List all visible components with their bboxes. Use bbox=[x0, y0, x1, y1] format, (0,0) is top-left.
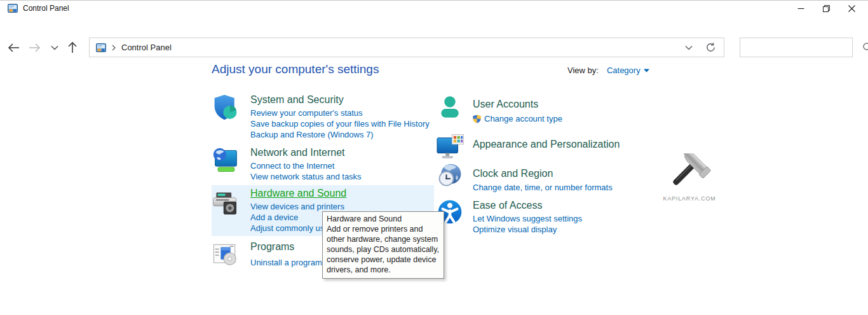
navigation-bar: Control Panel bbox=[0, 16, 868, 48]
view-by-value[interactable]: Category bbox=[607, 66, 641, 75]
category-title-network-and-internet[interactable]: Network and Internet bbox=[250, 146, 362, 159]
link-change-account-type[interactable]: Change account type bbox=[484, 113, 562, 124]
magnifier-icon[interactable] bbox=[862, 42, 868, 53]
minimize-icon bbox=[797, 5, 804, 12]
address-bar[interactable]: Control Panel bbox=[89, 38, 724, 57]
search-input[interactable] bbox=[740, 38, 862, 57]
category-title-system-and-security[interactable]: System and Security bbox=[250, 94, 430, 106]
page-title: Adjust your computer's settings bbox=[212, 62, 379, 76]
up-button[interactable] bbox=[64, 39, 81, 57]
link-review-computer-status[interactable]: Review your computer's status bbox=[250, 108, 430, 118]
user-person-icon[interactable] bbox=[436, 94, 464, 122]
recent-pages-chevron-icon bbox=[51, 45, 58, 50]
close-icon bbox=[848, 5, 855, 12]
category-network-and-internet: Network and Internet Connect to the Inte… bbox=[212, 146, 362, 182]
up-arrow-icon bbox=[67, 41, 78, 54]
category-appearance-personalization: Appearance and Personalization bbox=[436, 138, 620, 164]
category-system-and-security: System and Security Review your computer… bbox=[212, 94, 430, 140]
breadcrumb-root[interactable]: Control Panel bbox=[121, 43, 172, 52]
link-connect-internet[interactable]: Connect to the Internet bbox=[250, 160, 362, 171]
search-box[interactable] bbox=[740, 38, 853, 57]
hammer-icon bbox=[665, 153, 714, 192]
recent-pages-button[interactable] bbox=[46, 39, 64, 57]
category-title-appearance-personalization[interactable]: Appearance and Personalization bbox=[473, 138, 620, 151]
category-title-user-accounts[interactable]: User Accounts bbox=[473, 98, 562, 111]
refresh-icon[interactable] bbox=[705, 42, 716, 53]
link-network-status[interactable]: View network status and tasks bbox=[250, 171, 362, 182]
watermark-text: KAPILARYA.COM bbox=[654, 195, 724, 202]
control-panel-icon bbox=[96, 43, 106, 53]
control-panel-window: Control Panel bbox=[0, 0, 868, 315]
address-dropdown-chevron-icon[interactable] bbox=[685, 45, 693, 50]
watermark: KAPILARYA.COM bbox=[654, 153, 724, 202]
uac-shield-icon bbox=[473, 115, 481, 123]
restore-button[interactable] bbox=[813, 1, 839, 16]
restore-icon bbox=[823, 5, 830, 12]
window-title: Control Panel bbox=[23, 4, 69, 13]
printer-speaker-icon[interactable] bbox=[212, 190, 240, 218]
category-title-programs[interactable]: Programs bbox=[250, 241, 322, 253]
category-title-clock-and-region[interactable]: Clock and Region bbox=[473, 167, 613, 180]
link-view-devices-printers[interactable]: View devices and printers bbox=[250, 201, 395, 212]
back-button[interactable] bbox=[5, 39, 23, 57]
category-user-accounts: User Accounts Change account type bbox=[436, 98, 562, 125]
programs-cd-icon[interactable] bbox=[212, 242, 240, 269]
control-panel-icon bbox=[8, 3, 18, 13]
dropdown-triangle-icon bbox=[644, 69, 649, 73]
view-by-label: View by: bbox=[567, 66, 599, 75]
back-arrow-icon bbox=[8, 43, 20, 53]
tooltip-hardware-and-sound: Hardware and Sound Add or remove printer… bbox=[322, 211, 444, 279]
link-windows-suggest-settings[interactable]: Let Windows suggest settings bbox=[473, 213, 582, 224]
category-title-hardware-and-sound[interactable]: Hardware and Sound bbox=[250, 187, 395, 200]
category-title-ease-of-access[interactable]: Ease of Access bbox=[473, 199, 582, 212]
category-programs: Programs Uninstall a program bbox=[212, 241, 322, 271]
link-file-history[interactable]: Save backup copies of your files with Fi… bbox=[250, 118, 430, 129]
forward-button[interactable] bbox=[25, 39, 43, 57]
view-by-dropdown[interactable]: Category bbox=[607, 66, 649, 75]
link-change-date-time-formats[interactable]: Change date, time, or number formats bbox=[473, 182, 613, 193]
shield-security-icon[interactable] bbox=[212, 94, 240, 123]
personalization-monitor-icon[interactable] bbox=[436, 133, 465, 161]
breadcrumb-chevron-icon bbox=[111, 45, 116, 51]
category-clock-and-region: Clock and Region Change date, time, or n… bbox=[436, 167, 613, 193]
tooltip-body: Add or remove printers and other hardwar… bbox=[327, 224, 440, 275]
link-uninstall-program[interactable]: Uninstall a program bbox=[250, 257, 322, 268]
link-optimize-visual-display[interactable]: Optimize visual display bbox=[473, 224, 582, 235]
category-ease-of-access: Ease of Access Let Windows suggest setti… bbox=[436, 199, 582, 235]
close-button[interactable] bbox=[839, 1, 864, 16]
forward-arrow-icon bbox=[28, 43, 41, 53]
title-bar: Control Panel bbox=[0, 1, 868, 16]
network-monitor-icon[interactable] bbox=[212, 146, 240, 174]
globe-clock-icon[interactable] bbox=[436, 162, 464, 190]
view-by-control: View by: Category bbox=[567, 66, 649, 75]
link-backup-restore[interactable]: Backup and Restore (Windows 7) bbox=[250, 129, 430, 140]
tooltip-title: Hardware and Sound bbox=[327, 214, 440, 224]
minimize-button[interactable] bbox=[788, 1, 813, 16]
